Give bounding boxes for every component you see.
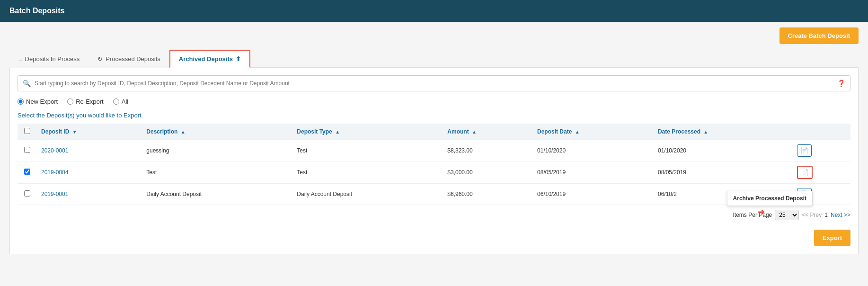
archived-deposits-label: Archived Deposits — [179, 55, 233, 63]
col-amount-label: Amount — [447, 128, 469, 135]
sort-amount-icon[interactable]: ▲ — [472, 129, 477, 134]
tab-deposits-in-process-label: Deposits In Process — [25, 55, 80, 63]
tooltip-box: Archive Processed Deposit — [727, 191, 813, 206]
tab-processed-deposits-label: Processed Deposits — [106, 55, 160, 63]
deposits-table: Deposit ID ▼ Description ▲ Deposit Type … — [18, 124, 850, 205]
top-bar: Batch Deposits — [0, 0, 868, 22]
row2-deposit-id: 2019-0004 — [36, 161, 142, 184]
row2-deposit-type: Test — [292, 161, 443, 184]
current-page: 1 — [824, 212, 828, 218]
row1-checkbox[interactable] — [24, 147, 30, 153]
select-all-checkbox[interactable] — [24, 128, 30, 134]
col-description: Description ▲ — [142, 124, 292, 140]
col-deposit-id: Deposit ID ▼ — [36, 124, 142, 140]
search-input[interactable] — [35, 80, 833, 87]
row1-deposit-type: Test — [292, 140, 443, 161]
row1-action-cell: 📄 — [792, 140, 850, 161]
radio-re-export-label: Re-Export — [76, 98, 104, 105]
row2-archive-button[interactable]: 📄 — [797, 166, 813, 179]
row3-deposit-date: 06/10/2019 — [532, 184, 653, 205]
archive-icon: ⬆ — [236, 55, 241, 63]
radio-re-export[interactable]: Re-Export — [67, 98, 104, 105]
main-content: ≡ Deposits In Process ↻ Processed Deposi… — [0, 50, 868, 264]
row1-archive-button[interactable]: 📄 — [797, 144, 812, 157]
tab-processed-deposits[interactable]: ↻ Processed Deposits — [89, 50, 169, 68]
radio-all[interactable]: All — [113, 98, 128, 105]
tooltip-arrow-icon: ➜ — [757, 206, 765, 217]
tab-archived-deposits[interactable]: Archived Deposits ⬆ — [169, 50, 250, 68]
export-button[interactable]: Export — [814, 230, 850, 246]
row2-description: Test — [142, 161, 292, 184]
select-instruction-text: Select the Deposit(s) you would like to … — [18, 112, 143, 119]
select-instruction: Select the Deposit(s) you would like to … — [18, 112, 850, 119]
search-row: 🔍 ❓ — [18, 75, 850, 91]
radio-new-export[interactable]: New Export — [18, 98, 58, 105]
radio-re-export-input[interactable] — [67, 98, 73, 105]
row1-deposit-id: 2020-0001 — [36, 140, 142, 161]
row1-description: guessing — [142, 140, 292, 161]
next-button[interactable]: Next >> — [831, 212, 850, 218]
pagination-row: Archive Processed Deposit ➜ Items Per Pa… — [18, 205, 850, 225]
help-icon[interactable]: ❓ — [837, 80, 845, 87]
col-deposit-id-label: Deposit ID — [41, 128, 69, 135]
col-deposit-type: Deposit Type ▲ — [292, 124, 443, 140]
row2-date-processed: 08/05/2019 — [653, 161, 792, 184]
col-date-processed: Date Processed ▲ — [653, 124, 792, 140]
panel: 🔍 ❓ New Export Re-Export All Select the … — [9, 68, 859, 254]
col-deposit-date-label: Deposit Date — [537, 128, 572, 135]
sort-deposit-type-icon[interactable]: ▲ — [335, 129, 340, 134]
export-row: Export — [18, 225, 850, 246]
radio-new-export-label: New Export — [26, 98, 58, 105]
row1-date-processed: 01/10/2020 — [653, 140, 792, 161]
header-row: Create Batch Deposit — [0, 22, 868, 50]
row2-deposit-date: 08/05/2019 — [532, 161, 653, 184]
row1-checkbox-cell — [18, 140, 36, 161]
row2-deposit-id-link[interactable]: 2019-0004 — [41, 169, 68, 176]
sort-deposit-id-icon[interactable]: ▼ — [72, 129, 77, 134]
row3-checkbox-cell — [18, 184, 36, 205]
radio-all-label: All — [122, 98, 128, 105]
prev-button[interactable]: << Prev — [802, 212, 822, 218]
row2-action-cell: 📄 — [792, 161, 850, 184]
select-all-header — [18, 124, 36, 140]
radio-all-input[interactable] — [113, 98, 119, 105]
row2-checkbox[interactable] — [24, 169, 30, 175]
sort-date-processed-icon[interactable]: ▲ — [703, 129, 708, 134]
deposits-in-process-icon: ≡ — [18, 55, 22, 63]
table-row: 2019-0001 Daily Account Deposit Daily Ac… — [18, 184, 850, 205]
items-per-page-select[interactable]: 25 50 100 — [775, 210, 799, 220]
radio-new-export-input[interactable] — [18, 98, 24, 105]
col-date-processed-label: Date Processed — [658, 128, 700, 135]
row1-deposit-id-link[interactable]: 2020-0001 — [41, 147, 68, 154]
app-title: Batch Deposits — [9, 7, 64, 15]
row2-amount: $3,000.00 — [443, 161, 532, 184]
row3-amount: $6,960.00 — [443, 184, 532, 205]
create-batch-deposit-button[interactable]: Create Batch Deposit — [779, 27, 859, 44]
row3-deposit-id: 2019-0001 — [36, 184, 142, 205]
sort-description-icon[interactable]: ▲ — [181, 129, 186, 134]
col-amount: Amount ▲ — [443, 124, 532, 140]
tooltip-text: Archive Processed Deposit — [733, 195, 806, 202]
table-row: 2019-0004 Test Test $3,000.00 08/05/2019… — [18, 161, 850, 184]
col-deposit-type-label: Deposit Type — [297, 128, 332, 135]
col-actions — [792, 124, 850, 140]
row3-description: Daily Account Deposit — [142, 184, 292, 205]
col-deposit-date: Deposit Date ▲ — [532, 124, 653, 140]
radio-row: New Export Re-Export All — [18, 98, 850, 105]
sort-deposit-date-icon[interactable]: ▲ — [575, 129, 580, 134]
table-row: 2020-0001 guessing Test $8,323.00 01/10/… — [18, 140, 850, 161]
row1-amount: $8,323.00 — [443, 140, 532, 161]
tabs: ≡ Deposits In Process ↻ Processed Deposi… — [9, 50, 859, 68]
row3-deposit-type: Daily Account Deposit — [292, 184, 443, 205]
items-per-page-label: Items Per Page — [733, 212, 772, 218]
row3-deposit-id-link[interactable]: 2019-0001 — [41, 191, 68, 197]
tab-deposits-in-process[interactable]: ≡ Deposits In Process — [9, 50, 89, 68]
col-description-label: Description — [146, 128, 177, 135]
row3-checkbox[interactable] — [24, 190, 30, 197]
processed-deposits-icon: ↻ — [97, 55, 103, 63]
row1-deposit-date: 01/10/2020 — [532, 140, 653, 161]
search-icon: 🔍 — [23, 80, 31, 87]
row2-checkbox-cell — [18, 161, 36, 184]
